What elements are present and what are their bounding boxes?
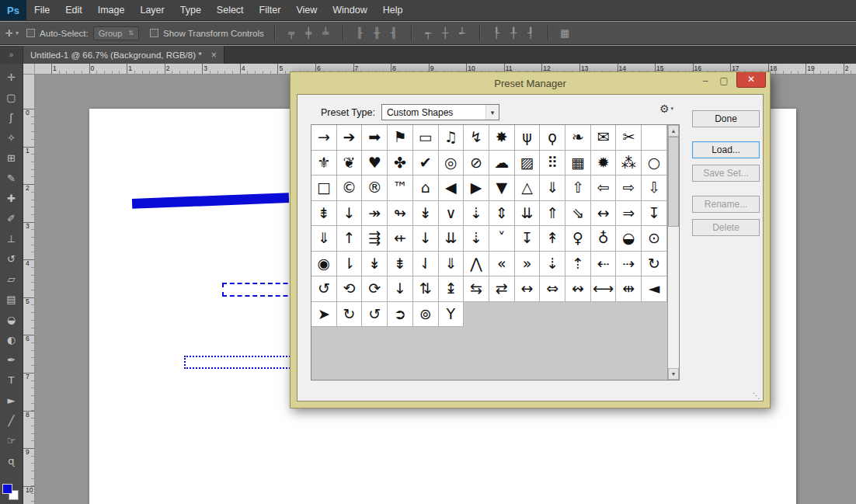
lightning-bolt[interactable]: ↯ (464, 125, 489, 151)
move-tool[interactable]: ✛ (0, 67, 23, 87)
scrollbar-thumb[interactable] (668, 137, 679, 227)
circled-arrow-right[interactable]: ➲ (388, 302, 413, 328)
distribute-right-edges[interactable]: ┦ (524, 27, 538, 39)
chevron-down-layered[interactable]: ▼ (489, 176, 515, 201)
starburst-1[interactable]: ✸ (489, 125, 515, 151)
arrow-up-thin[interactable]: ↟ (540, 226, 565, 252)
music-notes[interactable]: ♫ (439, 125, 465, 151)
circled-arrow-solid[interactable]: ◉ (311, 252, 337, 277)
arrow-right-curled[interactable]: ↬ (388, 201, 413, 227)
arrow-left-right-1[interactable]: ↔ (591, 201, 617, 227)
arrow-circular-left-2[interactable]: ⟲ (337, 276, 363, 302)
heart[interactable]: ♥ (362, 151, 388, 176)
arrow-down-small[interactable]: ⇣ (464, 201, 489, 227)
chevrons-down-2[interactable]: ⇟ (388, 252, 413, 277)
auto-select-checkbox[interactable] (26, 29, 35, 37)
distribute-left-edges[interactable]: ┞ (490, 27, 503, 39)
arrow-up-wide-2[interactable]: ⇡ (565, 252, 591, 277)
arrows-strip-left[interactable]: ⇷ (388, 226, 413, 252)
chevron-down-small[interactable]: ˅ (489, 226, 515, 252)
arrow-right-banded[interactable]: ⇨ (616, 176, 642, 201)
panel-menu-button[interactable]: ⚙ ▾ (659, 103, 673, 115)
rename-button[interactable]: Rename... (692, 196, 760, 213)
branch-y-shape[interactable]: Y (439, 302, 465, 328)
arrow-up-3d[interactable]: ⇑ (540, 201, 565, 227)
arrow-down-6[interactable]: ⇣ (540, 252, 565, 277)
diagonal-stripes-tile[interactable]: ▨ (515, 151, 541, 176)
align-bottom-edges[interactable]: ╧ (319, 27, 332, 39)
arrow-down-double[interactable]: ⇊ (515, 201, 541, 227)
chevrons-down-3[interactable]: ⇓ (439, 252, 465, 277)
arrows-left-right-striped[interactable]: ⇄ (489, 276, 515, 302)
trademark-symbol[interactable]: ™ (388, 176, 413, 201)
square-frame[interactable]: □ (311, 176, 337, 201)
horizontal-type-tool[interactable]: T (0, 370, 23, 390)
copyright-symbol[interactable]: © (337, 176, 363, 201)
arrow-down-banded[interactable]: ⇟ (311, 201, 337, 227)
globe-pin[interactable]: ♁ (591, 226, 617, 252)
history-brush-tool[interactable]: ↺ (0, 249, 23, 269)
arrow-left-right-wavy[interactable]: ↭ (565, 276, 591, 302)
envelope[interactable]: ✉ (591, 125, 617, 151)
arrow-circular-left[interactable]: ↺ (311, 276, 337, 302)
refresh-arrow-right[interactable]: ↻ (337, 302, 363, 328)
chevrons-right[interactable]: » (515, 252, 541, 277)
menu-item[interactable]: Select (209, 0, 252, 20)
scissors[interactable]: ✂ (616, 125, 642, 151)
menu-item[interactable]: Image (90, 0, 133, 20)
arrow-right-striped[interactable]: ▶ (464, 176, 489, 201)
blur-tool[interactable]: ◒ (0, 309, 23, 329)
scroll-down-icon[interactable]: ▼ (668, 368, 679, 380)
ornament-shoe[interactable]: ❧ (565, 125, 591, 151)
auto-select-mode-dropdown[interactable]: Group ⇅ (93, 26, 139, 40)
tool-preset-picker[interactable]: ✛ ▾ (5, 28, 22, 39)
resize-grip[interactable]: ⋱ (753, 391, 760, 400)
distribute-horizontal-centers[interactable]: ╀ (507, 27, 520, 39)
arrows-strip-right[interactable]: ⇶ (362, 226, 388, 252)
quick-selection-tool[interactable]: ✧ (0, 127, 23, 148)
circle-frame[interactable]: ○ (642, 151, 667, 176)
arrow-down-thin[interactable]: ↡ (413, 201, 439, 227)
circled-arrow-down-2[interactable]: ⊙ (642, 226, 667, 252)
arrow-right-flag[interactable]: ➤ (311, 302, 337, 328)
close-icon[interactable]: ✕ (736, 72, 766, 88)
arrow-down-plain[interactable]: ↓ (413, 226, 439, 252)
arrow-down-stub[interactable]: ↧ (515, 226, 541, 252)
arrows-left-right-zigzag[interactable]: ⇆ (464, 276, 489, 302)
crop-tool[interactable]: ⊞ (0, 148, 23, 168)
arrow-right-banded-2[interactable]: ⇢ (616, 252, 642, 277)
done-button[interactable]: Done (692, 110, 760, 127)
menu-item[interactable]: Window (325, 0, 374, 20)
delete-button[interactable]: Delete (692, 219, 760, 236)
circled-arrow-up[interactable]: ⊚ (413, 302, 439, 328)
lasso-tool[interactable]: ʃ (0, 107, 23, 127)
arrow-down-striped-2[interactable]: ⇓ (311, 226, 337, 252)
maximize-icon[interactable]: ▢ (715, 72, 733, 89)
tab-close-icon[interactable]: × (211, 50, 217, 61)
arrow-down-striped[interactable]: ⇓ (540, 176, 565, 201)
arrow-up-wide[interactable]: ⇧ (565, 176, 591, 201)
rounded-rectangle[interactable]: ▭ (413, 125, 439, 151)
brush-tool[interactable]: ✐ (0, 208, 23, 228)
foreground-color-swatch[interactable] (2, 484, 12, 494)
arrow-down-angled[interactable]: ⇘ (565, 201, 591, 227)
menu-item[interactable]: Type (172, 0, 209, 20)
light-bulb[interactable]: ϙ (540, 125, 565, 151)
triangle-left-solid[interactable]: ◄ (642, 276, 667, 302)
minimize-icon[interactable]: – (696, 72, 715, 89)
arrow-down-3d[interactable]: ⇩ (642, 176, 667, 201)
paw-prints[interactable]: ⁂ (616, 151, 642, 176)
arrow-left-right-thin[interactable]: ⇹ (616, 276, 642, 302)
arrow-circle-right[interactable]: ↻ (642, 252, 667, 277)
arrow-down-bar[interactable]: ↧ (642, 201, 667, 227)
arrow-down-8[interactable]: ↓ (388, 276, 413, 302)
load-button[interactable]: Load... (692, 141, 760, 158)
zoom-tool[interactable]: ɋ (0, 450, 23, 471)
clone-stamp-tool[interactable]: ⊥ (0, 228, 23, 249)
menu-item[interactable]: Help (375, 0, 411, 20)
eraser-tool[interactable]: ▱ (0, 269, 23, 289)
chevrons-left[interactable]: « (489, 252, 515, 277)
refresh-arrow-left[interactable]: ↺ (362, 302, 388, 328)
chevron-down-wide[interactable]: ∨ (439, 201, 465, 227)
arrows-up-down-pair-2[interactable]: ↨ (439, 276, 465, 302)
